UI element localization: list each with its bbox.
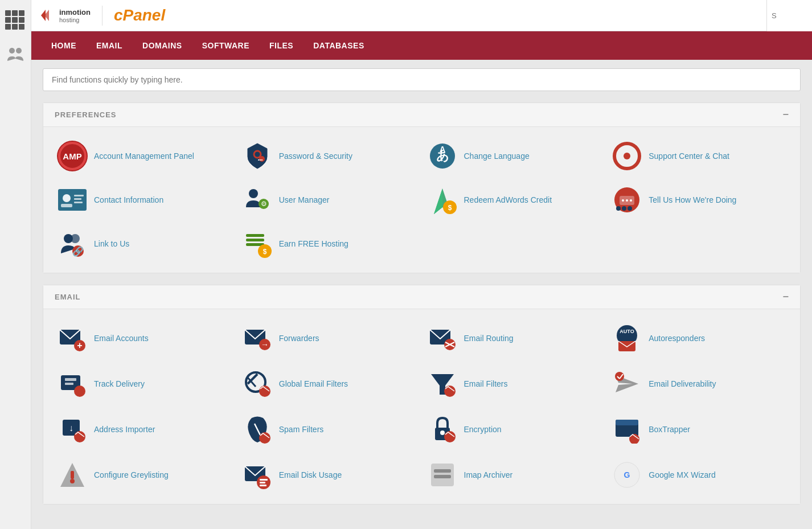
email-filters-label: Email Filters [464,379,508,389]
sidebar [0,0,31,529]
item-amp[interactable]: AMP Account Management Panel [55,138,234,174]
google-mx-label: Google MX Wizard [649,470,715,480]
search-input[interactable] [52,75,792,84]
search-bar [43,68,801,91]
item-google-mx[interactable]: G Google MX Wizard [609,457,789,493]
item-imap-archiver[interactable]: Imap Archiver [425,457,604,493]
email-section: EMAIL − + E [43,285,801,505]
svg-rect-17 [74,202,83,203]
header: inmotion hosting cPanel [31,0,812,31]
encryption-label: Encryption [464,424,502,434]
svg-text:A: A [439,145,445,154]
svg-text:⚙: ⚙ [260,200,266,208]
email-grid: + Email Accounts → [55,321,789,493]
email-collapse-btn[interactable]: − [782,291,789,303]
configure-greylisting-label: Configure Greylisting [94,470,169,480]
item-forwarders[interactable]: → Forwarders [240,321,419,356]
grid-icon[interactable] [5,10,26,31]
item-address-importer[interactable]: ↓ Address Importer [55,412,234,447]
link-to-us-icon: 🔗 [58,229,87,259]
item-track-delivery[interactable]: Track Delivery [55,366,234,401]
change-language-icon: あ A [428,141,457,171]
item-email-deliverability[interactable]: Email Deliverability [609,366,789,401]
earn-free-label: Earn FREE Hosting [279,239,348,249]
svg-rect-57 [65,378,76,381]
item-email-disk-usage[interactable]: Email Disk Usage [240,457,419,493]
svg-point-31 [622,206,626,211]
email-accounts-label: Email Accounts [94,333,149,343]
global-email-filters-label: Global Email Filters [279,379,348,389]
item-contact-info[interactable]: Contact Information [55,182,234,218]
svg-text:→: → [261,340,269,349]
svg-point-27 [622,199,624,202]
configure-greylisting-icon [58,460,87,490]
email-filters-icon [428,369,457,399]
nav-domains[interactable]: DOMAINS [134,36,191,55]
redeem-adwords-label: Redeem AdWords Credit [464,195,552,205]
autoresponders-icon: AUTO [612,323,642,353]
item-boxtrapper[interactable]: BoxTrapper [609,412,789,447]
item-encryption[interactable]: Encryption [425,412,604,447]
imap-archiver-icon [428,460,457,490]
item-redeem-adwords[interactable]: $ Redeem AdWords Credit [425,182,604,218]
item-support-chat[interactable]: Support Center & Chat [609,138,789,174]
svg-rect-78 [616,420,638,425]
svg-point-28 [626,199,628,202]
item-password-security[interactable]: ••• Password & Security [240,138,419,174]
svg-text:$: $ [263,248,266,256]
user-manager-icon: ⚙ [243,185,272,215]
amp-icon: AMP [58,141,87,171]
svg-rect-12 [58,189,87,211]
item-user-manager[interactable]: ⚙ User Manager [240,182,419,218]
header-search-input[interactable] [767,9,812,23]
nav-databases[interactable]: DATABASES [305,36,373,55]
navbar: HOME EMAIL DOMAINS SOFTWARE FILES DATABA… [31,31,812,60]
svg-text:🔗: 🔗 [72,246,84,257]
address-importer-icon: ↓ [58,415,87,444]
spam-filters-icon [243,415,272,444]
item-link-to-us[interactable]: 🔗 Link to Us [55,226,234,261]
main-content: inmotion hosting cPanel HOME EMAIL DOMAI… [31,0,812,529]
item-email-accounts[interactable]: + Email Accounts [55,321,234,356]
inmotion-logo: inmotion hosting [40,7,91,24]
logo-area: inmotion hosting cPanel [40,6,165,26]
svg-point-75 [440,430,445,435]
change-language-label: Change Language [464,151,530,161]
email-header: EMAIL − [43,285,800,309]
users-icon[interactable] [6,45,24,67]
item-spam-filters[interactable]: Spam Filters [240,412,419,447]
svg-rect-90 [434,475,451,478]
link-to-us-label: Link to Us [94,239,129,249]
track-delivery-label: Track Delivery [94,379,145,389]
svg-rect-16 [74,198,81,200]
item-tell-us[interactable]: Tell Us How We're Doing [609,182,789,218]
autoresponders-label: Autoresponders [649,333,705,343]
global-email-filters-icon [243,369,272,399]
user-manager-label: User Manager [279,195,330,205]
nav-home[interactable]: HOME [43,36,85,55]
email-disk-usage-icon [243,460,272,490]
encryption-icon [428,415,457,444]
item-global-email-filters[interactable]: Global Email Filters [240,366,419,401]
content-area: PREFERENCES − AMP Account Management Pan… [31,60,812,529]
svg-point-1 [16,48,22,54]
item-configure-greylisting[interactable]: Configure Greylisting [55,457,234,493]
amp-label: Account Management Panel [94,151,194,161]
password-security-icon: ••• [243,141,272,171]
tell-us-label: Tell Us How We're Doing [649,195,736,205]
svg-rect-14 [61,204,72,207]
item-email-filters[interactable]: Email Filters [425,366,604,401]
preferences-collapse-btn[interactable]: − [782,109,789,121]
svg-rect-89 [434,469,451,473]
nav-email[interactable]: EMAIL [88,36,131,55]
item-change-language[interactable]: あ A Change Language [425,138,604,174]
forwarders-icon: → [243,323,272,353]
svg-point-18 [249,189,258,198]
item-earn-free[interactable]: $ Earn FREE Hosting [240,226,419,261]
email-section-title: EMAIL [55,293,80,301]
nav-files[interactable]: FILES [261,36,302,55]
nav-software[interactable]: SOFTWARE [194,36,258,55]
svg-point-34 [71,234,80,243]
item-email-routing[interactable]: Email Routing [425,321,604,356]
item-autoresponders[interactable]: AUTO Autoresponders [609,321,789,356]
